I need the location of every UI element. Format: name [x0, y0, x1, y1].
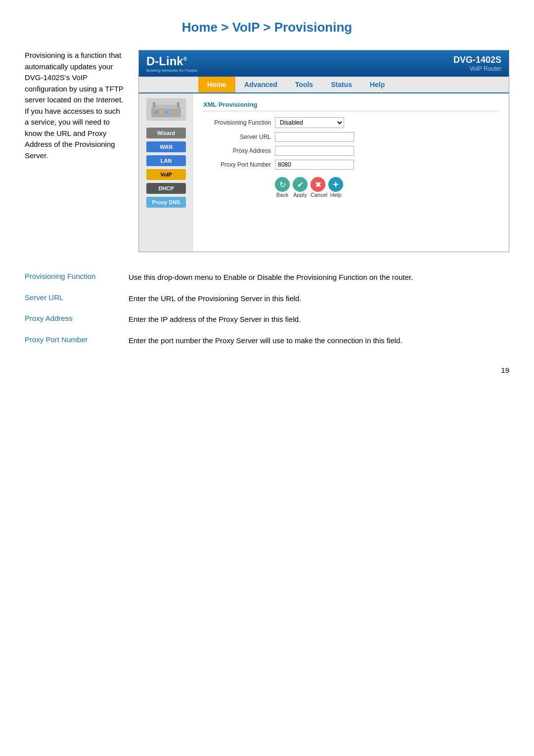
- label-provisioning-function: Provisioning Function: [203, 119, 275, 126]
- router-header: D-Link® Building Networks for People DVG…: [139, 50, 509, 77]
- desc-row-server-url: Server URL Enter the URL of the Provisio…: [25, 293, 509, 305]
- back-label: Back: [275, 192, 290, 198]
- label-proxy-port-number: Proxy Port Number: [203, 161, 275, 168]
- nav-help[interactable]: Help: [361, 77, 394, 92]
- svg-rect-3: [177, 102, 179, 107]
- sidebar-wizard[interactable]: Wizard: [146, 128, 186, 138]
- sidebar-proxydns[interactable]: Proxy DNS: [146, 197, 186, 208]
- section-title: XML Provisioning: [203, 101, 499, 111]
- nav-bar: Home Advanced Tools Status Help: [139, 77, 509, 93]
- back-button[interactable]: ↻: [275, 177, 290, 192]
- term-provisioning-function: Provisioning Function: [25, 272, 129, 280]
- sidebar-wan[interactable]: WAN: [146, 141, 186, 152]
- description-section: Provisioning Function Use this drop-down…: [25, 272, 509, 346]
- desc-row-proxy-address: Proxy Address Enter the IP address of th…: [25, 314, 509, 325]
- label-server-url: Server URL: [203, 133, 275, 140]
- brand-name: D-Link®: [146, 54, 187, 68]
- cancel-button[interactable]: ✖: [311, 177, 325, 192]
- left-description: Provisioning is a function that automati…: [25, 50, 124, 252]
- action-buttons-row: ↻ ✔ ✖ +: [275, 177, 499, 192]
- router-ui: D-Link® Building Networks for People DVG…: [138, 50, 509, 252]
- dlink-logo: D-Link® Building Networks for People: [146, 54, 197, 73]
- def-proxy-port-number: Enter the port number the Proxy Server w…: [129, 335, 509, 347]
- help-button[interactable]: +: [328, 177, 343, 192]
- svg-point-6: [165, 111, 168, 114]
- router-image: [146, 98, 186, 121]
- router-main-content: XML Provisioning Provisioning Function D…: [193, 93, 509, 252]
- sidebar-lan[interactable]: LAN: [146, 155, 186, 166]
- device-type: VoIP Router: [453, 65, 501, 72]
- router-sidebar: Wizard WAN LAN VoIP DHCP Proxy DNS: [139, 93, 193, 252]
- svg-point-5: [160, 111, 163, 114]
- brand-tagline: Building Networks for People: [146, 68, 197, 73]
- page-title: Home > VoIP > Provisioning: [25, 20, 509, 35]
- select-provisioning-function[interactable]: Disabled Enabled: [275, 117, 344, 128]
- apply-button[interactable]: ✔: [293, 177, 308, 192]
- form-row-server-url: Server URL: [203, 132, 499, 142]
- help-label: Help: [328, 192, 343, 198]
- cancel-label: Cancel: [311, 192, 325, 198]
- page-number: 19: [25, 366, 509, 374]
- label-proxy-address: Proxy Address: [203, 147, 275, 154]
- nav-status[interactable]: Status: [322, 77, 361, 92]
- svg-rect-1: [154, 105, 178, 109]
- form-row-provisioning-function: Provisioning Function Disabled Enabled: [203, 117, 499, 128]
- input-proxy-address[interactable]: [275, 146, 354, 156]
- device-model: DVG-1402S: [453, 55, 501, 65]
- top-section: Provisioning is a function that automati…: [25, 50, 509, 252]
- device-info: DVG-1402S VoIP Router: [453, 55, 501, 72]
- def-proxy-address: Enter the IP address of the Proxy Server…: [129, 314, 509, 325]
- input-proxy-port-number[interactable]: [275, 160, 354, 170]
- action-labels: Back Apply Cancel Help: [275, 192, 499, 198]
- desc-row-provisioning-function: Provisioning Function Use this drop-down…: [25, 272, 509, 283]
- def-server-url: Enter the URL of the Provisioning Server…: [129, 293, 509, 305]
- term-server-url: Server URL: [25, 293, 129, 302]
- term-proxy-port-number: Proxy Port Number: [25, 335, 129, 344]
- nav-tools[interactable]: Tools: [286, 77, 322, 92]
- router-body: Wizard WAN LAN VoIP DHCP Proxy DNS XML P…: [139, 93, 509, 252]
- nav-home[interactable]: Home: [198, 77, 235, 92]
- sidebar-dhcp[interactable]: DHCP: [146, 183, 186, 194]
- form-row-proxy-address: Proxy Address: [203, 146, 499, 156]
- nav-advanced[interactable]: Advanced: [235, 77, 286, 92]
- form-row-proxy-port: Proxy Port Number: [203, 160, 499, 170]
- apply-label: Apply: [293, 192, 308, 198]
- svg-point-4: [155, 111, 158, 114]
- desc-row-proxy-port-number: Proxy Port Number Enter the port number …: [25, 335, 509, 347]
- def-provisioning-function: Use this drop-down menu to Enable or Dis…: [129, 272, 509, 283]
- sidebar-voip[interactable]: VoIP: [146, 169, 186, 180]
- term-proxy-address: Proxy Address: [25, 314, 129, 322]
- input-server-url[interactable]: [275, 132, 354, 142]
- svg-rect-2: [153, 102, 155, 107]
